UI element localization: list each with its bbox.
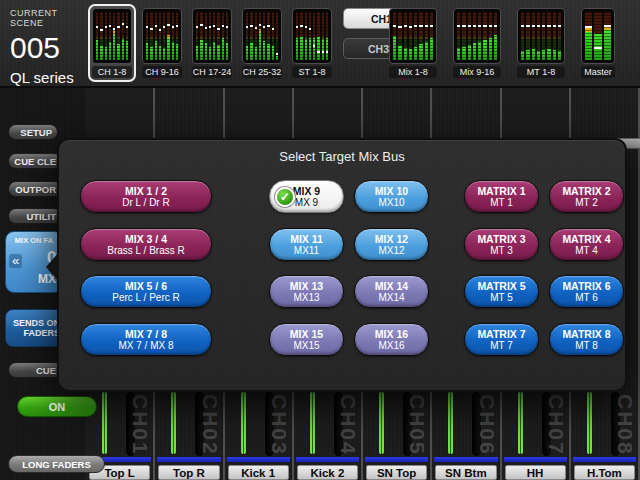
mix-bus-label: MIX 13 [290, 280, 323, 292]
top-bar: CURRENT SCENE 005 QL series CH 1-8 CH 9-… [0, 0, 640, 88]
meter-bank-mt-1-8[interactable]: MT 1-8 [513, 4, 569, 82]
mix-bus-sublabel: MX14 [378, 292, 404, 303]
sidebar-button-cue[interactable]: CUE [8, 362, 62, 378]
meter-bank-label: MT 1-8 [517, 66, 565, 78]
channel-name-label[interactable]: Top R [158, 465, 219, 480]
channel-color-bar [157, 457, 220, 462]
sidebar-button-utility[interactable]: UTILIT [8, 208, 62, 224]
device-name: QL series [10, 69, 90, 86]
mix-bus-button-mix-12[interactable]: MIX 12 MX12 [354, 228, 429, 261]
mix-bus-sublabel: MT 5 [490, 292, 513, 303]
mix-bus-button-mix-13[interactable]: MIX 13 MX13 [269, 275, 344, 308]
mix-bus-button-matrix-1[interactable]: MATRIX 1 MT 1 [464, 180, 539, 213]
mix-bus-button-matrix-3[interactable]: MATRIX 3 MT 3 [464, 228, 539, 261]
mix-bus-label: MIX 9 [293, 185, 320, 197]
channel-name-label[interactable]: Kick 2 [297, 465, 358, 480]
level-meters [389, 8, 437, 64]
scene-number: 005 [10, 31, 90, 65]
channel-color-bar [504, 457, 567, 462]
sends-on-faders-line1: SENDS ON [6, 318, 60, 328]
meter-bank-st-1-8[interactable]: ST 1-8 [288, 4, 336, 82]
meter-bank-mix-9-16[interactable]: Mix 9-16 [449, 4, 505, 82]
mix-bus-button-mix-10[interactable]: MIX 10 MX10 [354, 180, 429, 213]
fader-position-indicator[interactable] [518, 392, 523, 454]
mix-bus-sublabel: MT 2 [575, 197, 598, 208]
current-scene-display: CURRENT SCENE 005 QL series [10, 8, 90, 86]
mix-bus-label: MIX 11 [290, 233, 323, 245]
sidebar-button-setup[interactable]: SETUP [8, 124, 58, 140]
meter-bank-label: CH 9-16 [142, 66, 182, 78]
select-target-mix-bus-popover: Select Target Mix Bus MIX 1 / 2 Dr L / D… [57, 138, 627, 392]
mix-bus-label: MIX 1 / 2 [125, 185, 167, 197]
meter-bank-ch-9-16[interactable]: CH 9-16 [138, 4, 186, 82]
level-meters [92, 8, 132, 64]
sidebar-button-outport[interactable]: OUTPOR [8, 181, 62, 197]
mix-bus-sublabel: MT 3 [490, 245, 513, 256]
fader-position-indicator[interactable] [379, 392, 384, 454]
mix-bus-button-mix-11[interactable]: MIX 11 MX11 [269, 228, 344, 261]
mix-bus-button-mix-9-selected[interactable]: ✓ MIX 9 MX 9 [269, 180, 344, 213]
mix-bus-sublabel: MT 4 [575, 245, 598, 256]
channel-name-label[interactable]: Kick 1 [228, 465, 289, 480]
channel-number-label: CH04 [336, 394, 360, 456]
sends-on-faders-button[interactable]: SENDS ON FADERS [5, 309, 63, 347]
mix-bus-button-mix-3-4[interactable]: MIX 3 / 4 Brass L / Brass R [80, 228, 212, 261]
channel-name-label[interactable]: H.Tom [574, 465, 635, 480]
meter-bank-label: Mix 9-16 [453, 66, 501, 78]
channel-on-button[interactable]: ON [17, 396, 97, 417]
mix-bus-button-matrix-8[interactable]: MATRIX 8 MT 8 [549, 323, 624, 356]
fader-position-indicator[interactable] [171, 392, 176, 454]
channel-number-label: CH05 [405, 394, 429, 456]
fader-position-indicator[interactable] [448, 392, 453, 454]
long-faders-button[interactable]: LONG FADERS [8, 455, 105, 473]
sidebar-button-cue-clear[interactable]: CUE CLE [8, 153, 62, 169]
fader-position-indicator[interactable] [241, 392, 246, 454]
mix-bus-label: MIX 12 [375, 233, 408, 245]
mix-bus-label: MATRIX 6 [562, 280, 610, 292]
channel-number-label: CH03 [267, 394, 291, 456]
mix-bus-label: MIX 10 [375, 185, 408, 197]
meter-bank-mix-1-8[interactable]: Mix 1-8 [385, 4, 441, 82]
channel-name-label[interactable]: SN Top [366, 465, 427, 480]
level-meters [142, 8, 182, 64]
mix-bus-label: MATRIX 7 [477, 328, 525, 340]
meter-bank-master[interactable]: Master [577, 4, 619, 82]
meter-bank-label: Mix 1-8 [389, 66, 437, 78]
mix-bus-button-matrix-7[interactable]: MATRIX 7 MT 7 [464, 323, 539, 356]
level-meters [242, 8, 282, 64]
channel-name-label[interactable]: HH [505, 465, 566, 480]
mix-bus-button-mix-1-2[interactable]: MIX 1 / 2 Dr L / Dr R [80, 180, 212, 213]
mix-bus-label: MIX 7 / 8 [125, 328, 167, 340]
channel-name-label[interactable]: SN Btm [435, 465, 496, 480]
mix-bus-button-matrix-6[interactable]: MATRIX 6 MT 6 [549, 275, 624, 308]
channel-color-bar [434, 457, 497, 462]
fader-position-indicator[interactable] [310, 392, 315, 454]
meter-bank-ch-25-32[interactable]: CH 25-32 [238, 4, 286, 82]
mix-bus-sublabel: MX10 [378, 197, 404, 208]
mix-bus-button-mix-16[interactable]: MIX 16 MX16 [354, 323, 429, 356]
mix-bus-label: MIX 3 / 4 [125, 233, 167, 245]
mix-bus-sublabel: MX12 [378, 245, 404, 256]
mix-bus-label: MATRIX 3 [477, 233, 525, 245]
mix-bus-button-matrix-5[interactable]: MATRIX 5 MT 5 [464, 275, 539, 308]
fader-position-indicator[interactable] [587, 392, 592, 454]
mix-bus-button-matrix-2[interactable]: MATRIX 2 MT 2 [549, 180, 624, 213]
mix-bus-button-mix-5-6[interactable]: MIX 5 / 6 Perc L / Perc R [80, 275, 212, 308]
fader-position-indicator[interactable] [102, 392, 107, 454]
meter-bank-ch-17-24[interactable]: CH 17-24 [188, 4, 236, 82]
channel-color-bar [296, 457, 359, 462]
mix-bus-sublabel: MX13 [293, 292, 319, 303]
mix-bus-sublabel: MT 6 [575, 292, 598, 303]
mix-bus-button-mix-15[interactable]: MIX 15 MX15 [269, 323, 344, 356]
mix-bus-label: MIX 14 [375, 280, 408, 292]
channel-color-bar [365, 457, 428, 462]
mix-bus-button-mix-7-8[interactable]: MIX 7 / 8 MX 7 / MX 8 [80, 323, 212, 356]
mix-bus-button-matrix-4[interactable]: MATRIX 4 MT 4 [549, 228, 624, 261]
collapse-chevron-icon[interactable]: « [9, 254, 22, 268]
channel-color-bar [573, 457, 636, 462]
mix-bus-button-mix-14[interactable]: MIX 14 MX14 [354, 275, 429, 308]
input-meter-banks: CH 1-8 CH 9-16 CH 17-24 CH 25-32 ST 1-8 [88, 4, 336, 82]
channel-number-label: CH08 [613, 394, 637, 456]
meter-bank-ch-1-8[interactable]: CH 1-8 [88, 4, 136, 82]
mix-bus-sublabel: MX 7 / MX 8 [118, 340, 173, 351]
